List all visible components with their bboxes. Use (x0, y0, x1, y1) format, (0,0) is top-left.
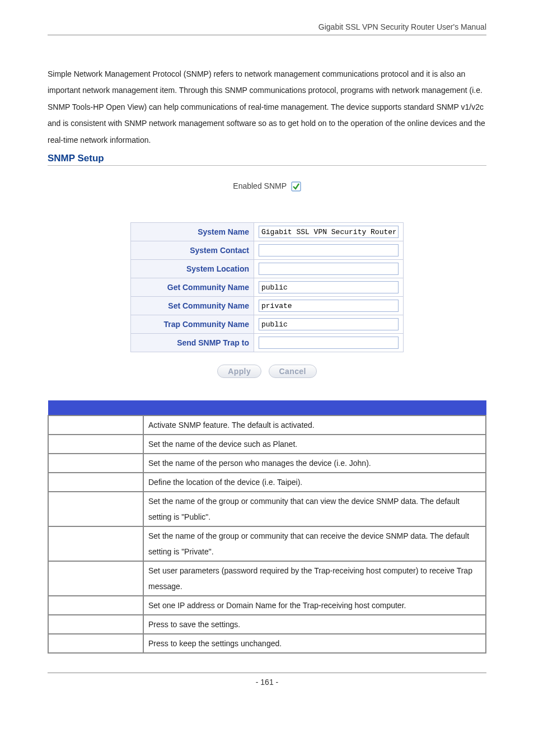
get-community-label: Get Community Name (131, 278, 254, 297)
system-contact-field[interactable] (259, 244, 399, 256)
table-row: Set the name of the person who manages t… (48, 454, 486, 473)
system-name-label: System Name (131, 223, 254, 241)
table-row: Define the location of the device (i.e. … (48, 473, 486, 492)
section-rule (48, 165, 486, 166)
system-location-label: System Location (131, 260, 254, 278)
trap-community-field[interactable] (259, 318, 399, 330)
snmp-config-table: System Name System Contact System Locati… (130, 222, 404, 352)
trap-community-label: Trap Community Name (131, 315, 254, 334)
system-name-field[interactable] (259, 226, 399, 238)
intro-paragraph: Simple Network Management Protocol (SNMP… (48, 66, 486, 148)
table-row: Set the name of the group or community t… (48, 526, 486, 561)
table-row: Set the name of the device such as Plane… (48, 435, 486, 454)
svg-rect-0 (292, 182, 301, 191)
table-row: Set one IP address or Domain Name for th… (48, 596, 486, 615)
set-community-label: Set Community Name (131, 297, 254, 315)
description-table: Activate SNMP feature. The default is ac… (48, 400, 486, 654)
enabled-snmp-checkbox[interactable] (291, 181, 301, 192)
send-trap-to-label: Send SNMP Trap to (131, 334, 254, 352)
cancel-button[interactable]: Cancel (269, 365, 317, 378)
get-community-field[interactable] (259, 281, 399, 293)
table-row: Set user parameters (password required b… (48, 561, 486, 596)
table-row: Activate SNMP feature. The default is ac… (48, 416, 486, 435)
set-community-field[interactable] (259, 300, 399, 312)
enabled-snmp-label: Enabled SNMP (233, 181, 286, 190)
page-header: Gigabit SSL VPN Security Router User's M… (48, 22, 486, 35)
page-footer: - 161 - (48, 673, 486, 687)
table-row: Set the name of the group or community t… (48, 492, 486, 526)
apply-button[interactable]: Apply (217, 365, 261, 378)
system-contact-label: System Contact (131, 241, 254, 260)
table-row: Press to save the settings. (48, 615, 486, 634)
section-title: SNMP Setup (48, 153, 486, 165)
system-location-field[interactable] (259, 263, 399, 275)
table-row: Press to keep the settings unchanged. (48, 634, 486, 653)
send-trap-to-field[interactable] (259, 337, 399, 349)
